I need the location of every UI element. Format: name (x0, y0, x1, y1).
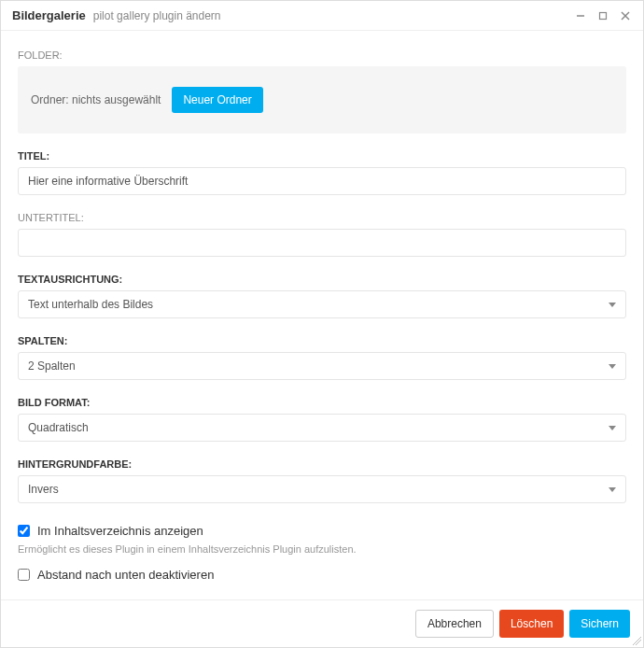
image-format-label: BILD FORMAT: (18, 397, 626, 408)
folder-box: Ordner: nichts ausgewählt Neuer Ordner (18, 66, 626, 134)
spacing-checkbox[interactable] (18, 569, 30, 581)
folder-status: Ordner: nichts ausgewählt (31, 93, 161, 106)
window-controls (574, 9, 632, 22)
resize-handle-icon[interactable] (632, 636, 641, 645)
image-format-value: Quadratisch (28, 421, 89, 434)
background-select[interactable]: Invers (18, 475, 626, 503)
chevron-down-icon (609, 487, 616, 492)
toc-checkbox-label[interactable]: Im Inhaltsverzeichnis anzeigen (37, 524, 203, 538)
chevron-down-icon (609, 426, 616, 430)
chevron-down-icon (609, 364, 616, 369)
close-icon[interactable] (619, 9, 632, 22)
toc-checkbox[interactable] (18, 525, 30, 537)
subtitle-label: UNTERTITEL: (18, 212, 626, 223)
minimize-icon[interactable] (574, 9, 587, 22)
title-input[interactable] (18, 167, 626, 195)
columns-value: 2 Spalten (28, 359, 76, 373)
text-align-label: TEXTAUSRICHTUNG: (18, 274, 626, 285)
background-value: Invers (28, 483, 59, 496)
maximize-icon[interactable] (596, 9, 609, 22)
toc-help-text: Ermöglicht es dieses Plugin in einem Inh… (18, 543, 626, 555)
chevron-down-icon (609, 303, 616, 307)
text-align-value: Text unterhalb des Bildes (28, 298, 153, 311)
footer: Abbrechen Löschen Sichern (1, 599, 643, 647)
title-bar: Bildergalerie pilot gallery plugin änder… (1, 1, 643, 31)
dialog: Bildergalerie pilot gallery plugin änder… (0, 0, 644, 648)
background-label: HINTERGRUNDFARBE: (18, 458, 626, 470)
toc-checkbox-row: Im Inhaltsverzeichnis anzeigen (18, 524, 626, 538)
folder-label: FOLDER: (18, 49, 626, 61)
dialog-subtitle: pilot gallery plugin ändern (93, 9, 221, 22)
columns-label: SPALTEN: (18, 335, 626, 346)
cancel-button[interactable]: Abbrechen (415, 610, 494, 638)
svg-rect-1 (600, 12, 607, 19)
columns-select[interactable]: 2 Spalten (18, 352, 626, 380)
spacing-checkbox-label[interactable]: Abstand nach unten deaktivieren (37, 568, 214, 582)
subtitle-input[interactable] (18, 229, 626, 257)
new-folder-button[interactable]: Neuer Ordner (172, 87, 262, 113)
content-area: FOLDER: Ordner: nichts ausgewählt Neuer … (1, 31, 643, 599)
title-label: TITEL: (18, 150, 626, 162)
save-button[interactable]: Sichern (569, 610, 630, 638)
text-align-select[interactable]: Text unterhalb des Bildes (18, 290, 626, 318)
delete-button[interactable]: Löschen (499, 610, 564, 638)
spacing-checkbox-row: Abstand nach unten deaktivieren (18, 568, 626, 582)
image-format-select[interactable]: Quadratisch (18, 414, 626, 442)
dialog-title: Bildergalerie (12, 8, 86, 22)
